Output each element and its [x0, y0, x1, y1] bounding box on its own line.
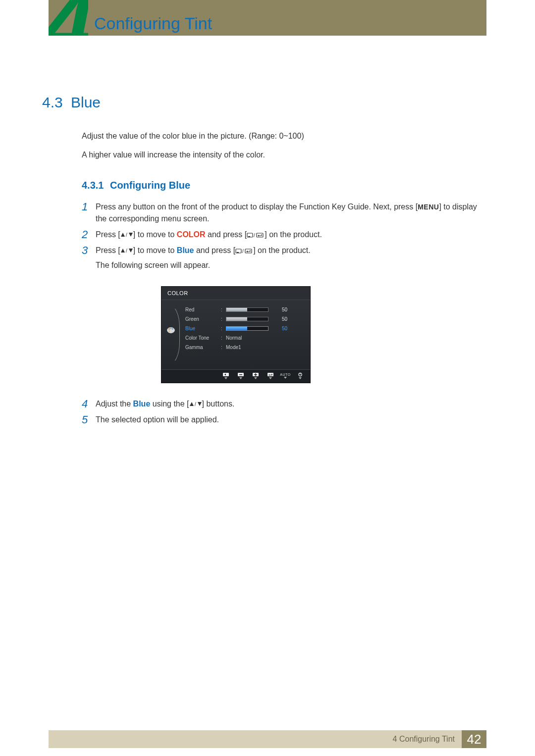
- intro-text-2: A higher value will increase the intensi…: [82, 150, 478, 160]
- text: ] on the product.: [253, 246, 311, 254]
- step-text: The selected option will be applied.: [96, 414, 478, 426]
- keyword-blue: Blue: [177, 246, 194, 254]
- osd-auto-label: AUTO: [280, 373, 290, 376]
- osd-colon: :: [221, 335, 226, 341]
- source-enter-icon: /: [235, 248, 253, 254]
- keyword-blue: Blue: [133, 400, 151, 408]
- osd-label: Color Tone: [185, 335, 221, 341]
- osd-colon: :: [221, 307, 226, 312]
- step-1: 1 Press any button on the front of the p…: [82, 201, 478, 225]
- svg-point-17: [168, 328, 169, 329]
- text: and press [: [194, 246, 236, 254]
- svg-marker-7: [258, 235, 259, 237]
- osd-icon-power: [296, 372, 304, 379]
- osd-colon: :: [221, 326, 226, 331]
- text: and press [: [206, 230, 247, 239]
- osd-slider-green: [226, 317, 268, 321]
- chapter-number-bg: 4: [49, 0, 88, 36]
- keyword-color: COLOR: [177, 230, 206, 239]
- source-enter-icon: /: [247, 232, 265, 238]
- section-heading: 4.3 Blue: [42, 94, 478, 111]
- osd-icon-minus: [237, 372, 245, 379]
- osd-panel: COLOR Red : 50 Green : 50 Blue: [161, 286, 311, 383]
- step-3: 3 Press [/] to move to Blue and press [/…: [82, 245, 478, 271]
- step-text: Press any button on the front of the pro…: [96, 201, 478, 225]
- chapter-title: Configuring Tint: [94, 14, 212, 33]
- osd-slider-red: [226, 307, 268, 312]
- osd-label: Gamma: [185, 345, 221, 350]
- step-4: 4 Adjust the Blue using the [/] buttons.: [82, 398, 478, 410]
- osd-value-selected: 50: [268, 326, 287, 331]
- step-number: 5: [82, 414, 96, 426]
- svg-text:/: /: [126, 232, 127, 238]
- svg-point-20: [168, 331, 169, 332]
- osd-label: Green: [185, 316, 221, 322]
- text: Adjust the: [96, 400, 133, 408]
- osd-footer-icons: AUTO: [161, 370, 310, 383]
- osd-icon-plus: [252, 372, 260, 379]
- text: Press any button on the front of the pro…: [96, 202, 418, 211]
- chapter-number: 4: [49, 0, 88, 36]
- step-number: 2: [82, 229, 96, 241]
- osd-value: 50: [268, 316, 287, 322]
- svg-point-18: [170, 328, 171, 329]
- svg-rect-24: [239, 374, 242, 375]
- text: ] buttons.: [202, 400, 235, 408]
- osd-value: Mode1: [226, 345, 241, 350]
- svg-rect-6: [257, 233, 263, 237]
- svg-rect-27: [255, 373, 256, 376]
- svg-marker-0: [121, 233, 125, 237]
- step-5: 5 The selected option will be applied.: [82, 414, 478, 426]
- osd-icon-left: [222, 372, 230, 379]
- page-content: 4.3 Blue Adjust the value of the color b…: [42, 94, 478, 430]
- svg-rect-14: [245, 249, 252, 253]
- step-2: 2 Press [/] to move to COLOR and press […: [82, 229, 478, 241]
- step-number: 1: [82, 201, 96, 213]
- svg-text:/: /: [195, 402, 196, 407]
- osd-colon: :: [221, 345, 226, 350]
- svg-marker-15: [246, 251, 248, 252]
- text: using the [: [150, 400, 189, 408]
- step-text: Press [/] to move to COLOR and press [/]…: [96, 229, 478, 241]
- menu-label: MENU: [418, 203, 439, 211]
- text: Press [: [96, 230, 120, 239]
- svg-text:/: /: [126, 248, 127, 253]
- osd-icon-enter: [267, 372, 274, 379]
- step-followup: The following screen will appear.: [96, 259, 478, 271]
- section-title: Blue: [71, 94, 101, 111]
- intro-text-1: Adjust the value of the color blue in th…: [82, 131, 478, 142]
- page-footer: 4 Configuring Tint 42: [49, 730, 486, 748]
- text: Press [: [96, 246, 120, 254]
- svg-rect-28: [268, 373, 273, 376]
- osd-value: Normal: [226, 335, 242, 341]
- osd-label: Red: [185, 307, 221, 312]
- up-down-arrow-icon: /: [120, 248, 133, 253]
- osd-value: 50: [268, 307, 287, 312]
- osd-colon: :: [221, 316, 226, 322]
- subsection-number: 4.3.1: [82, 180, 104, 191]
- svg-rect-12: [237, 252, 239, 253]
- osd-arc-decoration: [168, 304, 180, 365]
- osd-row-blue: Blue : 50: [185, 324, 302, 333]
- subsection-heading: 4.3.1 Configuring Blue: [82, 180, 478, 191]
- svg-marker-8: [121, 249, 125, 252]
- svg-point-19: [172, 328, 173, 329]
- osd-row-red: Red : 50: [185, 305, 302, 314]
- osd-screenshot: COLOR Red : 50 Green : 50 Blue: [161, 286, 478, 383]
- osd-row-color-tone: Color Tone : Normal: [185, 333, 302, 343]
- osd-icon-auto: AUTO: [281, 372, 289, 379]
- step-text: Press [/] to move to Blue and press [/] …: [96, 245, 478, 271]
- svg-rect-4: [248, 236, 250, 237]
- footer-page-number: 42: [462, 730, 486, 748]
- osd-title: COLOR: [161, 287, 310, 300]
- up-down-arrow-icon: /: [120, 232, 133, 238]
- svg-text:/: /: [242, 249, 244, 254]
- svg-marker-10: [129, 249, 133, 252]
- footer-chapter-ref: 4 Configuring Tint: [49, 730, 462, 748]
- palette-icon: [166, 327, 175, 334]
- up-down-arrow-icon: /: [189, 401, 202, 407]
- step-number: 4: [82, 398, 96, 410]
- osd-body: Red : 50 Green : 50 Blue : 50: [161, 300, 310, 370]
- section-number: 4.3: [42, 94, 71, 111]
- text: ] to move to: [133, 230, 177, 239]
